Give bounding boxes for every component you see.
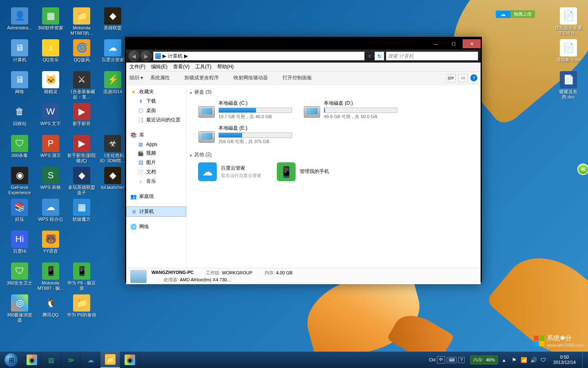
sidebar-libraries[interactable]: 📚库 xyxy=(126,130,186,140)
taskbar-app[interactable]: ▨ xyxy=(42,352,61,368)
preview-pane-button[interactable]: ▭ xyxy=(458,74,468,82)
search-input[interactable]: 搜索 计算机 xyxy=(386,52,478,61)
desktop-icon[interactable]: 👤Administra... xyxy=(4,4,35,36)
taskbar-clock[interactable]: 0:50 2013/12/14 xyxy=(550,355,579,365)
sidebar-item[interactable]: 🖼图片 xyxy=(126,158,186,167)
desktop-icon[interactable]: ☣《生化危机6》3DM简... xyxy=(97,132,128,164)
desktop-icon[interactable]: 🗑回收站 xyxy=(4,100,35,132)
tray-flag-icon[interactable]: ⚑ xyxy=(511,357,517,363)
desktop-icon[interactable]: ☁WPS 轻办公 xyxy=(35,195,66,227)
desktop-icon[interactable]: 🐻YY语音 xyxy=(35,227,66,259)
close-button[interactable]: ✕ xyxy=(463,39,481,48)
sidebar-item[interactable]: ▦Apps xyxy=(126,140,186,148)
desktop-icon[interactable]: SWPS 表格 xyxy=(35,164,66,195)
desktop-icon[interactable]: Hi百度Hi xyxy=(4,227,35,259)
desktop-icon[interactable]: ◆多玩英雄联盟盒子 xyxy=(66,164,97,195)
start-button[interactable]: ⊞ xyxy=(0,352,22,368)
desktop-icon[interactable]: 🖥网络 xyxy=(4,68,35,100)
desktop-icon[interactable]: ▦360软件管家 xyxy=(35,4,66,36)
system-tray: CH 中 ⌨ ? 内存: 46% ▴ ⚑ 📶 🔊 🛡 0:50 2013/12/… xyxy=(424,352,588,368)
address-dropdown[interactable]: ▾ xyxy=(366,52,373,60)
toolbar-item[interactable]: 打开控制面板 xyxy=(283,74,312,81)
drive-item[interactable]: 本地磁盘 (D:)49.9 GB 可用，共 50.0 GB xyxy=(302,98,399,121)
organize-menu[interactable]: 组织 ▾ xyxy=(129,74,143,81)
desktop-icon[interactable]: ▦软媒魔方 xyxy=(66,195,97,227)
sidebar-item[interactable]: 🎬视频 xyxy=(126,148,186,158)
tray-network-icon[interactable]: 📶 xyxy=(521,357,527,363)
refresh-button[interactable]: ↻ xyxy=(374,52,384,61)
sidebar-item[interactable]: 📑最近访问的位置 xyxy=(126,115,186,125)
desktop-icon[interactable]: ◆英雄联盟 xyxy=(97,4,128,36)
other-item[interactable]: ☁百度云管家双击运行百度云管家 xyxy=(196,161,263,183)
sidebar-item[interactable]: ⬇下载 xyxy=(126,96,186,106)
sidebar-item[interactable]: 🖵桌面 xyxy=(126,106,186,115)
desktop-icon[interactable]: ♪QQ音乐 xyxy=(35,36,66,68)
show-desktop-button[interactable] xyxy=(582,352,586,368)
help-button[interactable]: ? xyxy=(470,74,477,81)
desktop-icon[interactable]: ⚡迅游2014 xyxy=(97,68,128,100)
memory-widget[interactable]: 内存: 46% xyxy=(470,356,498,364)
desktop-icon[interactable]: PWPS 演示 xyxy=(35,132,66,164)
baidu-drag-upload-widget[interactable]: ☁ 拖拽上传 xyxy=(496,10,535,18)
menu-item[interactable]: 工具(T) xyxy=(195,63,211,70)
address-bar[interactable]: ▶ 计算机 ▶ xyxy=(153,52,365,61)
desktop-icon[interactable]: ⚔《合金装备崛起：复... xyxy=(66,68,97,100)
desktop-icon[interactable]: 🐱萌精灵 xyxy=(35,68,66,100)
desktop-icon[interactable]: ◆lol.launcher xyxy=(97,164,128,195)
tray-expand-icon[interactable]: ▴ xyxy=(501,357,508,363)
menu-item[interactable]: 文件(F) xyxy=(129,63,145,70)
desktop-icon[interactable]: ▶射手影音(影院模式) xyxy=(66,132,97,164)
desktop-icon[interactable]: 📱Motorola MT887 - 豌... xyxy=(35,259,66,291)
taskbar-app[interactable]: ≫ xyxy=(61,352,81,368)
tray-volume-icon[interactable]: 🔊 xyxy=(530,357,537,363)
taskbar-explorer[interactable]: 📁 xyxy=(100,352,120,368)
taskbar-app[interactable]: ◉ xyxy=(120,352,140,368)
desktop-icon[interactable]: 🖥计算机 xyxy=(4,36,35,68)
taskbar-app[interactable]: ◉ xyxy=(22,352,42,368)
desktop-icon[interactable]: 🐧腾讯QQ xyxy=(35,291,66,323)
drive-item[interactable]: 本地磁盘 (C:)19.7 GB 可用，共 40.0 GB xyxy=(196,98,294,121)
taskbar-app[interactable]: ☁ xyxy=(81,352,100,368)
back-button[interactable]: ◀ xyxy=(129,51,139,61)
desktop-icon[interactable]: ☁百度云管家 xyxy=(97,36,128,68)
breadcrumb-location[interactable]: 计算机 xyxy=(168,53,183,60)
sidebar-item[interactable]: 📄文档 xyxy=(126,167,186,177)
other-item[interactable]: 📱管理我的手机 xyxy=(275,161,331,183)
desktop-icon[interactable]: 📚好压 xyxy=(4,195,35,227)
toolbar-item[interactable]: 卸载或更改程序 xyxy=(185,74,219,81)
sidebar-network[interactable]: 🌐网络 xyxy=(126,222,186,231)
toolbar-item[interactable]: 系统属性 xyxy=(150,74,170,81)
sidebar-homegroup[interactable]: 👥家庭组 xyxy=(126,192,186,201)
titlebar[interactable]: — ☐ ✕ xyxy=(126,38,481,49)
minimize-button[interactable]: — xyxy=(427,39,445,48)
forward-button[interactable]: ▶ xyxy=(141,51,151,61)
ime-selector[interactable]: CH 中 ⌨ ? xyxy=(426,356,467,364)
tray-shield-icon[interactable]: 🛡 xyxy=(540,357,547,363)
desktop-icon[interactable]: 📁华为 P6的备份 xyxy=(66,291,97,323)
desktop-icon[interactable]: WWPS 文字 xyxy=(35,100,66,132)
desktop-icon[interactable]: 🌀QQ旋风 xyxy=(66,36,97,68)
desktop-icon[interactable]: 📄暖暖送东西.doc xyxy=(553,68,584,100)
desktop-icon[interactable]: ◉GeForce Experience xyxy=(4,164,35,195)
desktop-icon[interactable]: 🛡360安全卫士 xyxy=(4,259,35,291)
view-mode-button[interactable]: ▤▾ xyxy=(446,74,456,82)
desktop-icon[interactable]: 📁Motorola MT887的... xyxy=(66,4,97,36)
desktop-icon[interactable]: ◎360极速浏览器 xyxy=(4,291,35,323)
side-bubble-widget[interactable]: 46 xyxy=(577,164,588,175)
toolbar-item[interactable]: 映射网络驱动器 xyxy=(234,74,268,81)
sidebar-favorites[interactable]: ★收藏夹 xyxy=(126,87,186,96)
drive-item[interactable]: 本地磁盘 (E:)256 GB 可用，共 375 GB xyxy=(196,123,294,146)
menu-item[interactable]: 帮助(H) xyxy=(217,63,234,70)
desktop-icon[interactable]: 📄优化版安卓通关S评分... xyxy=(553,4,584,36)
sidebar-computer[interactable]: 🖥计算机 xyxy=(126,206,186,217)
desktop-icon[interactable]: 📱华为 P6 - 豌豆荚 xyxy=(66,259,97,291)
section-other[interactable]: ▲其他 (2) xyxy=(189,151,478,158)
desktop-icon[interactable]: 📄游戏帐号.txt xyxy=(553,36,584,68)
maximize-button[interactable]: ☐ xyxy=(445,39,463,48)
desktop-icon[interactable]: ▶射手影音 xyxy=(66,100,97,132)
menu-item[interactable]: 编辑(E) xyxy=(151,63,167,70)
menu-item[interactable]: 查看(V) xyxy=(173,63,189,70)
sidebar-item[interactable]: ♪音乐 xyxy=(126,177,186,186)
section-disks[interactable]: ▲硬盘 (3) xyxy=(189,89,478,96)
desktop-icon[interactable]: 🛡360杀毒 xyxy=(4,132,35,164)
